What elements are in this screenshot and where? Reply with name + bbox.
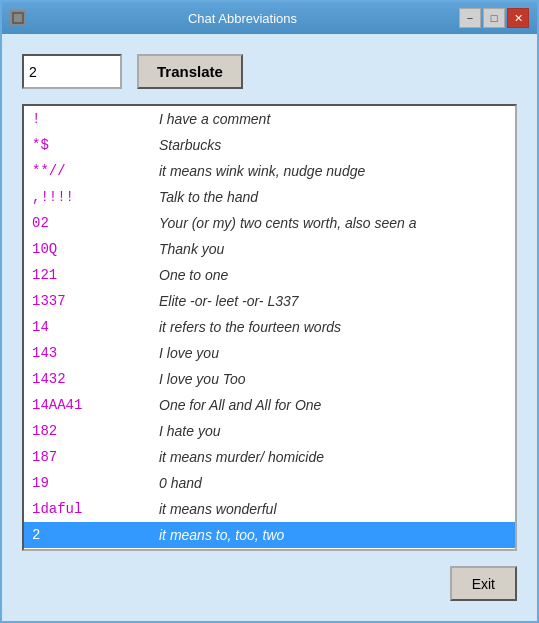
table-row[interactable]: 14AA41One for All and All for One	[24, 392, 515, 418]
meaning-cell: Your (or my) two cents worth, also seen …	[154, 215, 515, 231]
exit-button[interactable]: Exit	[450, 566, 517, 601]
content-area: Translate !I have a comment*$Starbucks**…	[2, 34, 537, 621]
meaning-cell: Starbucks	[154, 137, 515, 153]
abbr-cell: 1432	[24, 371, 154, 387]
table-row[interactable]: 190 hand	[24, 470, 515, 496]
top-row: Translate	[22, 54, 517, 89]
abbr-cell: 2	[24, 527, 154, 543]
table-row[interactable]: ,!!!!Talk to the hand	[24, 184, 515, 210]
abbr-cell: 10Q	[24, 241, 154, 257]
meaning-cell: Elite -or- leet -or- L337	[154, 293, 515, 309]
table-row[interactable]: *$Starbucks	[24, 132, 515, 158]
table-row[interactable]: 1432I love you Too	[24, 366, 515, 392]
meaning-cell: it means to, too, two	[154, 527, 515, 543]
meaning-cell: I have a comment	[154, 111, 515, 127]
abbr-cell: !	[24, 111, 154, 127]
abbr-cell: 187	[24, 449, 154, 465]
abbr-cell: 121	[24, 267, 154, 283]
svg-rect-1	[15, 15, 21, 21]
table-row[interactable]: 1dafulit means wonderful	[24, 496, 515, 522]
meaning-cell: One to one	[154, 267, 515, 283]
table-row[interactable]: 02Your (or my) two cents worth, also see…	[24, 210, 515, 236]
abbr-cell: **//	[24, 163, 154, 179]
abbr-cell: 14	[24, 319, 154, 335]
meaning-cell: I hate you	[154, 423, 515, 439]
minimize-button[interactable]: −	[459, 8, 481, 28]
table-row[interactable]: **//it means wink wink, nudge nudge	[24, 158, 515, 184]
meaning-cell: I love you Too	[154, 371, 515, 387]
title-bar: Chat Abbreviations − □ ✕	[2, 2, 537, 34]
abbr-cell: 19	[24, 475, 154, 491]
meaning-cell: I love you	[154, 345, 515, 361]
table-row[interactable]: 182I hate you	[24, 418, 515, 444]
title-buttons: − □ ✕	[459, 8, 529, 28]
abbr-cell: 02	[24, 215, 154, 231]
meaning-cell: it means wonderful	[154, 501, 515, 517]
abbr-cell: ,!!!!	[24, 189, 154, 205]
close-button[interactable]: ✕	[507, 8, 529, 28]
meaning-cell: it refers to the fourteen words	[154, 319, 515, 335]
meaning-cell: 0 hand	[154, 475, 515, 491]
restore-button[interactable]: □	[483, 8, 505, 28]
table-row[interactable]: 14it refers to the fourteen words	[24, 314, 515, 340]
abbr-cell: 1337	[24, 293, 154, 309]
meaning-cell: it means murder/ homicide	[154, 449, 515, 465]
abbreviations-list-container: !I have a comment*$Starbucks**//it means…	[22, 104, 517, 551]
table-row[interactable]: 187it means murder/ homicide	[24, 444, 515, 470]
table-row[interactable]: 121One to one	[24, 262, 515, 288]
table-row[interactable]: 1337Elite -or- leet -or- L337	[24, 288, 515, 314]
meaning-cell: Talk to the hand	[154, 189, 515, 205]
table-row[interactable]: 143I love you	[24, 340, 515, 366]
abbr-cell: 182	[24, 423, 154, 439]
window-icon	[10, 10, 26, 26]
main-window: Chat Abbreviations − □ ✕ Translate !I ha…	[0, 0, 539, 623]
table-row[interactable]: 2it means to, too, two	[24, 522, 515, 548]
abbr-cell: 1daful	[24, 501, 154, 517]
meaning-cell: Thank you	[154, 241, 515, 257]
table-row[interactable]: 10QThank you	[24, 236, 515, 262]
abbr-cell: *$	[24, 137, 154, 153]
meaning-cell: One for All and All for One	[154, 397, 515, 413]
table-row[interactable]: !I have a comment	[24, 106, 515, 132]
bottom-row: Exit	[22, 566, 517, 606]
translate-button[interactable]: Translate	[137, 54, 243, 89]
abbreviations-list-scroll[interactable]: !I have a comment*$Starbucks**//it means…	[24, 106, 515, 549]
window-title: Chat Abbreviations	[26, 11, 459, 26]
abbr-cell: 14AA41	[24, 397, 154, 413]
abbr-cell: 143	[24, 345, 154, 361]
search-input[interactable]	[22, 54, 122, 89]
meaning-cell: it means wink wink, nudge nudge	[154, 163, 515, 179]
